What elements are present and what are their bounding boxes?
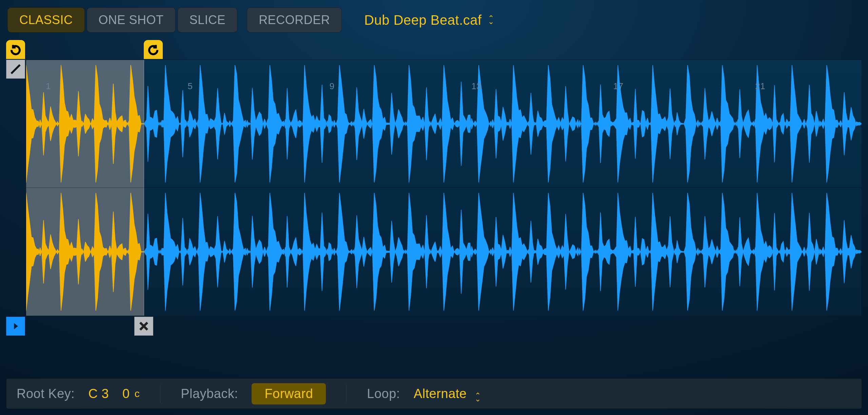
pencil-tool-button[interactable] (6, 60, 25, 79)
playback-label: Playback: (181, 387, 238, 401)
mode-toolbar: CLASSIC ONE SHOT SLICE RECORDER Dub Deep… (0, 0, 868, 40)
sample-name: Dub Deep Beat.caf (364, 13, 482, 28)
waveform-left-svg (26, 60, 862, 187)
close-icon (138, 321, 149, 332)
fine-tune-unit: c (135, 388, 140, 399)
parameter-bar: Root Key: C 3 0 c Playback: Forward Loop… (6, 378, 862, 409)
tab-classic[interactable]: CLASSIC (7, 7, 85, 33)
waveform-channel-left (26, 60, 862, 188)
mode-tabs: CLASSIC ONE SHOT SLICE RECORDER (7, 7, 342, 33)
play-from-start-button[interactable] (6, 317, 25, 336)
waveform-editor: 159131721 (6, 40, 862, 336)
loop-mode-value[interactable]: Alternate ⌃⌄ (414, 387, 481, 401)
waveform-channel-right (26, 188, 862, 316)
chevron-updown-icon: ⌃⌄ (488, 17, 494, 23)
root-key-label: Root Key: (17, 387, 75, 401)
chevron-right-icon (11, 321, 20, 331)
edit-tools (6, 60, 25, 79)
divider (160, 385, 160, 403)
loop-end-handle[interactable] (144, 40, 163, 59)
sample-selector[interactable]: Dub Deep Beat.caf ⌃⌄ (364, 13, 494, 28)
loop-start-handle[interactable] (6, 40, 25, 59)
tab-one-shot[interactable]: ONE SHOT (87, 7, 176, 33)
loop-label: Loop: (367, 387, 400, 401)
waveform-right-svg (26, 188, 862, 316)
tab-slice[interactable]: SLICE (178, 7, 238, 33)
root-key-value[interactable]: C 3 (88, 387, 109, 401)
loop-reverse-icon (147, 43, 159, 56)
chevron-updown-icon: ⌃⌄ (475, 394, 481, 401)
end-marker-button[interactable] (134, 317, 153, 336)
divider (346, 385, 347, 403)
tab-recorder[interactable]: RECORDER (247, 7, 342, 33)
loop-forward-icon (9, 43, 22, 56)
playback-mode-button[interactable]: Forward (252, 383, 326, 404)
waveform-canvas[interactable]: 159131721 (26, 60, 862, 316)
pencil-icon (10, 63, 21, 75)
loop-handle-row (6, 40, 862, 59)
fine-tune-value[interactable]: 0 (122, 387, 130, 401)
